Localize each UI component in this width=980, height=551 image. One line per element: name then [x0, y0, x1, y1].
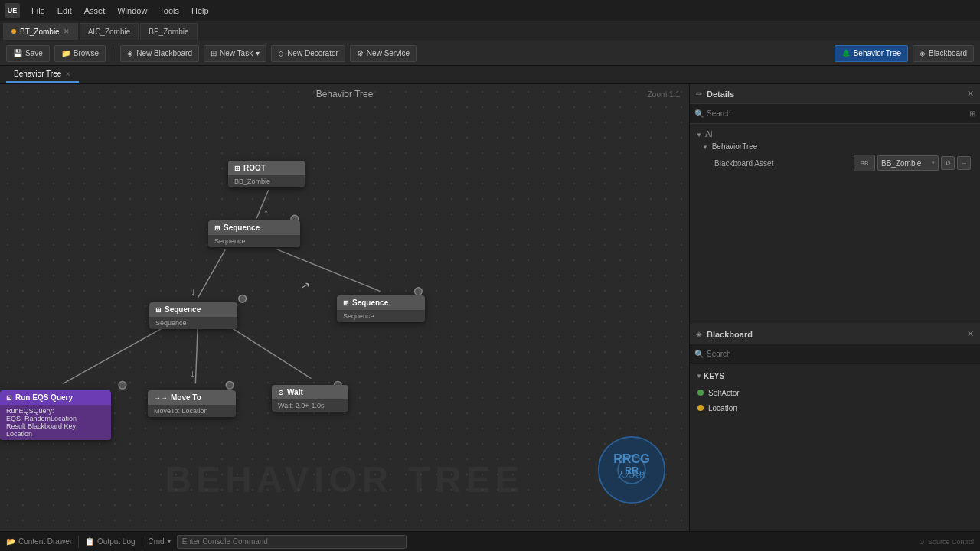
node-eqs-title: Run EQS Query	[15, 393, 73, 402]
node-seq3-title: Sequence	[352, 298, 388, 307]
browse-button[interactable]: 📁 Browse	[54, 45, 106, 62]
new-task-label: New Task	[220, 49, 253, 57]
node-wait-header: ⊙ Wait	[272, 385, 348, 399]
tab-aic-zombie[interactable]: AIC_Zombie	[80, 23, 139, 40]
node-root-icon: ⊞	[234, 165, 240, 172]
bb-asset-browse-button[interactable]: →	[957, 156, 971, 170]
blackboard-tab-button[interactable]: ◈ Blackboard	[913, 45, 974, 62]
save-button[interactable]: 💾 Save	[6, 45, 50, 62]
details-close-button[interactable]: ✕	[967, 89, 974, 99]
blackboard-panel: ◈ Blackboard ✕ 🔍 ▼ KEYS SelfActor	[690, 324, 980, 531]
new-service-button[interactable]: ⚙ New Service	[350, 45, 416, 62]
rrcg-watermark: RRCG 人人素材 RR	[597, 435, 666, 504]
subtab-behavior-tree[interactable]: Behavior Tree ✕	[6, 67, 79, 83]
key-item-selfactor: SelfActor	[696, 385, 974, 400]
new-task-dropdown-icon: ▾	[256, 49, 260, 57]
blackboard-search-input[interactable]	[707, 350, 975, 358]
details-bt-expand-icon[interactable]: ▼	[702, 144, 708, 151]
save-icon: 💾	[13, 49, 22, 57]
node-seq2-icon: ⊞	[155, 306, 162, 314]
node-wait[interactable]: ⊙ Wait Wait: 2.0+-1.0s	[272, 385, 348, 412]
menu-bar: UE File Edit Asset Window Tools Help	[0, 0, 980, 21]
node-moveto-header: →→ Move To	[148, 390, 236, 405]
node-eqs-body: RunEQSQuery: EQS_RandomLocation Result B…	[0, 405, 111, 440]
tab-modified-indicator	[11, 29, 16, 34]
bb-asset-refresh-button[interactable]: ↺	[941, 156, 955, 170]
content-drawer-button[interactable]: 📂 Content Drawer	[6, 537, 72, 546]
behavior-tree-tab-icon: 🌲	[841, 49, 851, 57]
node-eqs-icon: ⊡	[6, 394, 12, 402]
keys-section: ▼ KEYS SelfActor Location	[696, 372, 974, 416]
tab-bp-zombie[interactable]: BP_Zombie	[140, 23, 197, 40]
status-bar: 📂 Content Drawer 📋 Output Log Cmd ▾ ⊙ So…	[0, 531, 980, 551]
keys-section-header: ▼ KEYS	[696, 372, 974, 380]
right-panel: ✏ Details ✕ 🔍 ⊞ ▼ AI ▼	[689, 84, 980, 531]
cmd-dropdown-icon[interactable]: ▾	[168, 538, 171, 545]
node-wait-title: Wait	[287, 388, 303, 396]
canvas[interactable]: Behavior Tree Zoom 1:1	[0, 84, 689, 531]
menu-help[interactable]: Help	[186, 5, 214, 17]
node-seq2-header: ⊞ Sequence	[149, 302, 237, 317]
node-moveto-body: MoveTo: Location	[148, 405, 236, 417]
node-move-to[interactable]: →→ Move To MoveTo: Location	[148, 390, 236, 417]
menu-file[interactable]: File	[26, 5, 51, 17]
blackboard-close-button[interactable]: ✕	[967, 329, 974, 339]
details-pencil-icon: ✏	[696, 90, 702, 98]
bb-asset-icon: BB	[854, 155, 875, 171]
blackboard-tab-icon: ◈	[920, 49, 926, 57]
new-decorator-button[interactable]: ◇ New Decorator	[271, 45, 345, 62]
node-moveto-sub: MoveTo: Location	[154, 407, 208, 415]
details-ai-expand-icon[interactable]: ▼	[696, 132, 702, 139]
new-blackboard-label: New Blackboard	[136, 49, 192, 57]
new-decorator-label: New Decorator	[287, 49, 338, 57]
node-seq2-title: Sequence	[165, 305, 201, 314]
menu-tools[interactable]: Tools	[154, 5, 185, 17]
node-sequence-1[interactable]: ⊞ Sequence Sequence	[208, 220, 300, 247]
toolbar: 💾 Save 📁 Browse ◈ New Blackboard ⊞ New T…	[0, 41, 980, 66]
details-panel-header: ✏ Details ✕	[690, 84, 980, 104]
node-seq3-icon: ⊞	[343, 299, 349, 307]
canvas-watermark: BEHAVIOR TREE	[165, 458, 524, 500]
subtab-close-icon[interactable]: ✕	[65, 70, 71, 78]
tab-bt-zombie[interactable]: BT_Zombie ✕	[3, 23, 78, 40]
node-seq3-body: Sequence	[337, 310, 425, 322]
svg-text:RR: RR	[625, 465, 639, 476]
tab-bt-zombie-close[interactable]: ✕	[64, 28, 70, 35]
behavior-tree-tab-label: Behavior Tree	[854, 49, 901, 57]
node-wait-body: Wait: 2.0+-1.0s	[272, 399, 348, 412]
node-moveto-title: Move To	[171, 393, 201, 402]
menu-edit[interactable]: Edit	[52, 5, 77, 17]
blackboard-content: ▼ KEYS SelfActor Location	[690, 364, 980, 531]
details-bt-label: BehaviorTree	[712, 142, 758, 151]
node-root-header: ⊞ ROOT	[228, 161, 305, 175]
browse-icon: 📁	[61, 49, 70, 57]
details-blackboard-asset-label: Blackboard Asset	[714, 159, 849, 168]
new-task-button[interactable]: ⊞ New Task ▾	[204, 45, 266, 62]
node-root[interactable]: ⊞ ROOT BB_Zombie	[228, 161, 305, 187]
new-service-label: New Service	[367, 49, 410, 57]
menu-asset[interactable]: Asset	[79, 5, 111, 17]
details-section-ai: ▼ AI ▼ BehaviorTree Blackboard Asset BB	[696, 129, 974, 172]
source-control-text: Source Control	[928, 538, 974, 546]
node-root-title: ROOT	[243, 164, 266, 172]
node-sequence-2[interactable]: ⊞ Sequence Sequence	[149, 302, 237, 329]
keys-expand-icon[interactable]: ▼	[696, 373, 702, 380]
node-sequence-3[interactable]: ⊞ Sequence Sequence	[337, 295, 425, 322]
bb-asset-select-arrow-icon: ▾	[932, 160, 935, 166]
bb-asset-select[interactable]: BB_Zombie ▾	[877, 155, 939, 171]
new-decorator-icon: ◇	[278, 49, 284, 57]
node-seq3-sub: Sequence	[343, 312, 374, 320]
node-seq3-header: ⊞ Sequence	[337, 295, 425, 310]
selfactor-label: SelfActor	[708, 389, 740, 397]
details-blackboard-asset-row: Blackboard Asset BB BB_Zombie ▾ ↺ →	[711, 154, 974, 172]
menu-window[interactable]: Window	[112, 5, 152, 17]
details-subsection-behaviortree: ▼ BehaviorTree Blackboard Asset BB BB_Zo…	[702, 142, 974, 172]
output-log-button[interactable]: 📋 Output Log	[85, 537, 135, 546]
details-search-input[interactable]	[707, 109, 966, 118]
details-panel: ✏ Details ✕ 🔍 ⊞ ▼ AI ▼	[690, 84, 980, 324]
node-run-eqs-query[interactable]: ⊡ Run EQS Query RunEQSQuery: EQS_RandomL…	[0, 390, 111, 440]
console-command-input[interactable]	[177, 535, 407, 549]
keys-section-label: KEYS	[704, 372, 724, 380]
new-blackboard-button[interactable]: ◈ New Blackboard	[120, 45, 199, 62]
behavior-tree-tab-button[interactable]: 🌲 Behavior Tree	[835, 45, 908, 62]
